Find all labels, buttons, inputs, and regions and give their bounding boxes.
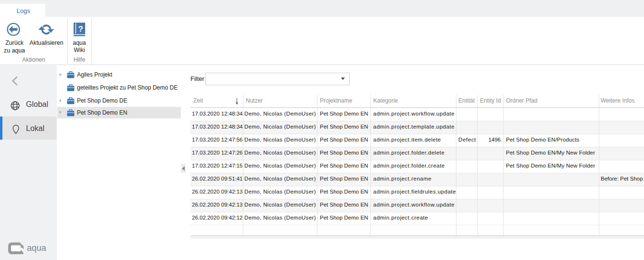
svg-text:?: ? bbox=[78, 25, 83, 34]
